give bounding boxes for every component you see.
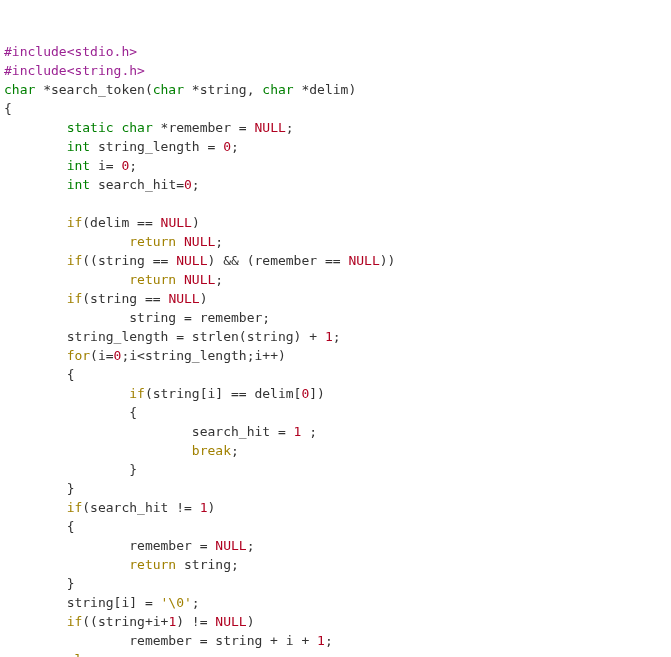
code-text: search_hit = [192, 424, 294, 439]
semi: ; [129, 158, 137, 173]
code-text: ]) [309, 386, 325, 401]
indent [4, 481, 67, 496]
null-literal: NULL [348, 253, 379, 268]
keyword-else: else [67, 652, 98, 657]
indent [4, 652, 67, 657]
number-literal: 1 [325, 329, 333, 344]
code-text: ; [301, 424, 317, 439]
code-text: remember = string + i + [129, 633, 317, 648]
code-text: ) && (remember == [208, 253, 349, 268]
indent [4, 595, 67, 610]
type-keyword: char [262, 82, 293, 97]
code-text: string_length = [90, 139, 223, 154]
indent [4, 633, 129, 648]
code-text: string = remember; [129, 310, 270, 325]
null-literal: NULL [254, 120, 285, 135]
indent [4, 329, 67, 344]
code-text: search_hit= [90, 177, 184, 192]
char-literal: '\0' [161, 595, 192, 610]
keyword-return: return [129, 234, 176, 249]
semi: ; [286, 120, 294, 135]
keyword-static: static [67, 120, 114, 135]
type-keyword: char [4, 82, 35, 97]
semi: ; [325, 633, 333, 648]
code-text: (string[i] == delim[ [145, 386, 302, 401]
sp [176, 272, 184, 287]
semi: ; [215, 272, 223, 287]
keyword-if: if [67, 614, 83, 629]
code-text: ;i<string_length;i++) [121, 348, 285, 363]
number-literal: 1 [317, 633, 325, 648]
indent [4, 557, 129, 572]
indent [4, 234, 129, 249]
indent [4, 272, 129, 287]
preproc: #include [4, 63, 67, 78]
semi: ; [247, 538, 255, 553]
type-keyword: int [67, 139, 90, 154]
number-literal: 0 [223, 139, 231, 154]
code-text: *delim) [294, 82, 357, 97]
keyword-break: break [192, 443, 231, 458]
semi: ; [333, 329, 341, 344]
code-text: ((string+i+ [82, 614, 168, 629]
indent [4, 538, 129, 553]
keyword-return: return [129, 272, 176, 287]
indent [4, 215, 67, 230]
brace: { [4, 101, 12, 116]
brace: { [67, 519, 75, 534]
null-literal: NULL [176, 253, 207, 268]
code-text: ) != [176, 614, 215, 629]
code-text: ) [200, 291, 208, 306]
brace: { [67, 367, 75, 382]
keyword-if: if [67, 253, 83, 268]
brace: { [129, 405, 137, 420]
type-keyword: char [153, 82, 184, 97]
brace: } [67, 481, 75, 496]
indent [4, 386, 129, 401]
code-text: *search_token( [35, 82, 152, 97]
indent [4, 500, 67, 515]
indent [4, 462, 129, 477]
header: <string.h> [67, 63, 145, 78]
type-keyword: int [67, 177, 90, 192]
null-literal: NULL [184, 234, 215, 249]
keyword-return: return [129, 557, 176, 572]
semi: ; [231, 139, 239, 154]
header: <stdio.h> [67, 44, 137, 59]
code-text: ) [208, 500, 216, 515]
indent [4, 576, 67, 591]
code-text: (search_hit != [82, 500, 199, 515]
type-keyword: char [121, 120, 152, 135]
number-literal: 1 [200, 500, 208, 515]
code-text: (string == [82, 291, 168, 306]
indent [4, 614, 67, 629]
code-text: string[i] = [67, 595, 161, 610]
keyword-if: if [129, 386, 145, 401]
null-literal: NULL [161, 215, 192, 230]
code-text: (i= [90, 348, 113, 363]
code-text: string; [176, 557, 239, 572]
indent [4, 405, 129, 420]
code-text: string_length = strlen(string) + [67, 329, 325, 344]
number-literal: 0 [184, 177, 192, 192]
semi: ; [192, 595, 200, 610]
code-text: i= [90, 158, 121, 173]
indent [4, 291, 67, 306]
keyword-if: if [67, 500, 83, 515]
brace: } [129, 462, 137, 477]
null-literal: NULL [184, 272, 215, 287]
indent [4, 519, 67, 534]
brace: } [67, 576, 75, 591]
keyword-for: for [67, 348, 90, 363]
sp [176, 234, 184, 249]
keyword-if: if [67, 215, 83, 230]
code-text: remember = [129, 538, 215, 553]
preproc: #include [4, 44, 67, 59]
semi: ; [192, 177, 200, 192]
indent [4, 443, 192, 458]
semi: ; [231, 443, 239, 458]
indent [4, 177, 67, 192]
null-literal: NULL [215, 538, 246, 553]
indent [4, 253, 67, 268]
keyword-if: if [67, 291, 83, 306]
